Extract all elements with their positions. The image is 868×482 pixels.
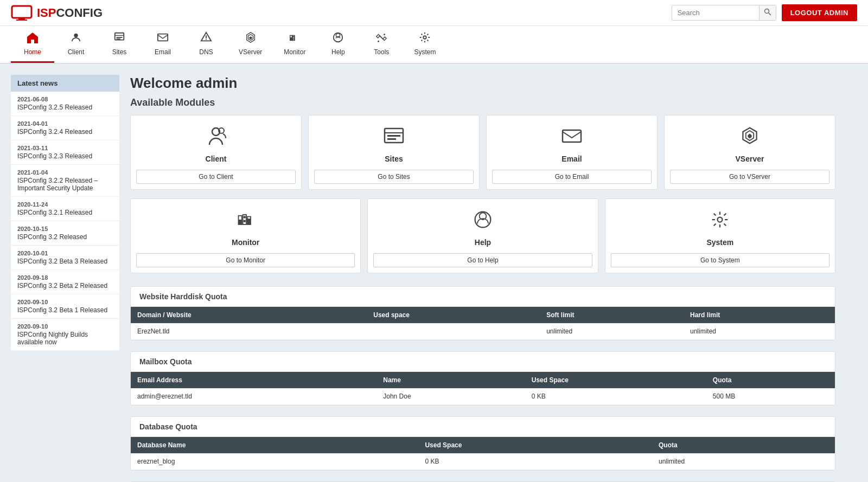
svg-rect-0 (12, 6, 31, 18)
module-card-email[interactable]: Email Go to Email (486, 115, 658, 190)
logo-monitor-icon (11, 5, 33, 21)
website-quota-section: Website Harddisk Quota Domain / Website … (130, 286, 835, 340)
cell-used: 0 KB (525, 388, 706, 405)
search-box (672, 5, 776, 21)
website-col-hard: Hard limit (684, 307, 835, 323)
go-to-vserver-button[interactable]: Go to VServer (670, 170, 829, 184)
module-card-system[interactable]: System Go to System (605, 198, 835, 273)
sites-icon (113, 31, 126, 47)
news-text: ISPConfig 3.2.5 Released (17, 104, 113, 111)
news-text: ISPConfig 3.2.1 Released (17, 209, 113, 216)
header-right: LOGOUT ADMIN (672, 4, 857, 21)
svg-rect-18 (290, 37, 292, 41)
news-item[interactable]: 2020-10-15ISPConfig 3.2 Released (11, 221, 119, 246)
news-item[interactable]: 2020-09-10ISPConfig Nightly Builds avail… (11, 319, 119, 351)
module-vserver-name: VServer (736, 155, 764, 163)
svg-rect-43 (247, 218, 250, 224)
logout-button[interactable]: LOGOUT ADMIN (782, 4, 857, 21)
module-card-monitor[interactable]: Monitor Go to Monitor (130, 198, 361, 273)
news-item[interactable]: 2020-09-10ISPConfig 3.2 Beta 1 Released (11, 294, 119, 319)
main-content: Welcome admin Available Modules Client G… (130, 75, 835, 482)
mailbox-col-email: Email Address (131, 372, 376, 388)
svg-point-5 (74, 34, 78, 37)
database-quota-title: Database Quota (131, 417, 835, 437)
client-icon (69, 31, 82, 47)
vserver-icon (244, 31, 257, 47)
search-button[interactable] (759, 5, 776, 20)
modules-row1: Client Go to Client Sites Go to Sites (130, 115, 835, 190)
nav-label-client: Client (68, 48, 85, 56)
news-item[interactable]: 2020-11-24ISPConfig 3.2.1 Released (11, 197, 119, 221)
news-text: ISPConfig 3.2 Beta 1 Released (17, 306, 113, 314)
module-help-icon (472, 210, 494, 234)
news-text: ISPConfig Nightly Builds available now (17, 331, 113, 346)
nav-label-email: Email (155, 48, 171, 56)
website-col-domain: Domain / Website (131, 307, 367, 323)
nav-item-email[interactable]: Email (141, 26, 184, 63)
svg-point-21 (293, 36, 295, 38)
cell-hard: unlimited (684, 323, 835, 340)
search-input[interactable] (672, 6, 759, 20)
svg-rect-1 (18, 18, 25, 20)
nav-item-system[interactable]: System (403, 26, 446, 63)
nav-item-tools[interactable]: Tools (360, 26, 403, 63)
email-icon (156, 31, 169, 47)
nav-label-vserver: VServer (239, 48, 262, 56)
svg-point-41 (243, 220, 246, 222)
news-date: 2020-09-10 (17, 299, 113, 305)
svg-marker-16 (249, 36, 252, 40)
logo: ISPCONFIG (11, 5, 103, 21)
module-sites-name: Sites (385, 155, 403, 163)
database-quota-section: Database Quota Database Name Used Space … (130, 416, 835, 471)
news-text: ISPConfig 3.2.4 Released (17, 128, 113, 136)
svg-point-40 (243, 216, 246, 218)
help-icon (331, 31, 344, 47)
system-icon (418, 31, 431, 47)
table-row: ErezNet.tldunlimitedunlimited (131, 323, 835, 340)
module-card-sites[interactable]: Sites Go to Sites (308, 115, 480, 190)
nav-item-home[interactable]: Home (11, 26, 54, 63)
news-item[interactable]: 2020-09-18ISPConfig 3.2 Beta 2 Released (11, 270, 119, 294)
module-client-icon (205, 126, 227, 150)
home-icon (26, 31, 39, 47)
cell-domain: ErezNet.tld (131, 323, 367, 340)
news-item[interactable]: 2021-03-11ISPConfig 3.2.3 Released (11, 140, 119, 165)
news-item[interactable]: 2021-01-04ISPConfig 3.2.2 Released – Imp… (11, 165, 119, 197)
news-date: 2021-01-04 (17, 169, 113, 176)
nav-item-sites[interactable]: Sites (98, 26, 141, 63)
news-item[interactable]: 2021-06-08ISPConfig 3.2.5 Released (11, 92, 119, 116)
news-item[interactable]: 2021-04-01ISPConfig 3.2.4 Released (11, 116, 119, 140)
nav-item-vserver[interactable]: VServer (228, 26, 273, 63)
module-card-client[interactable]: Client Go to Client (130, 115, 302, 190)
svg-rect-31 (387, 135, 400, 137)
dns-icon (200, 31, 213, 47)
news-text: ISPConfig 3.2.2 Released – Important Sec… (17, 177, 113, 192)
cell-dbname: ereznet_blog (131, 453, 418, 470)
go-to-sites-button[interactable]: Go to Sites (314, 170, 474, 184)
module-system-icon (709, 210, 731, 234)
nav-item-client[interactable]: Client (54, 26, 98, 63)
go-to-help-button[interactable]: Go to Help (373, 253, 592, 267)
sidebar-title: Latest news (11, 75, 119, 92)
cell-used: 0 KB (418, 453, 652, 470)
nav-item-dns[interactable]: DNS (184, 26, 228, 63)
go-to-client-button[interactable]: Go to Client (136, 170, 296, 184)
go-to-email-button[interactable]: Go to Email (492, 170, 652, 184)
nav-label-system: System (414, 48, 436, 56)
welcome-title: Welcome admin (130, 75, 835, 92)
nav-item-help[interactable]: Help (316, 26, 360, 63)
nav-item-monitor[interactable]: Monitor (273, 26, 316, 63)
svg-point-3 (764, 9, 769, 14)
table-row: admin@ereznet.tldJohn Doe0 KB500 MB (131, 388, 835, 405)
news-date: 2020-09-10 (17, 323, 113, 330)
svg-rect-8 (117, 37, 123, 38)
module-card-help[interactable]: Help Go to Help (367, 198, 598, 273)
go-to-monitor-button[interactable]: Go to Monitor (136, 253, 355, 267)
cell-name: John Doe (376, 388, 525, 405)
go-to-system-button[interactable]: Go to System (611, 253, 829, 267)
website-quota-title: Website Harddisk Quota (131, 287, 835, 307)
cell-quota: unlimited (652, 453, 835, 470)
module-card-vserver[interactable]: VServer Go to VServer (664, 115, 835, 190)
news-item[interactable]: 2020-10-01ISPConfig 3.2 Beta 3 Released (11, 246, 119, 270)
news-text: ISPConfig 3.2 Beta 2 Released (17, 282, 113, 290)
